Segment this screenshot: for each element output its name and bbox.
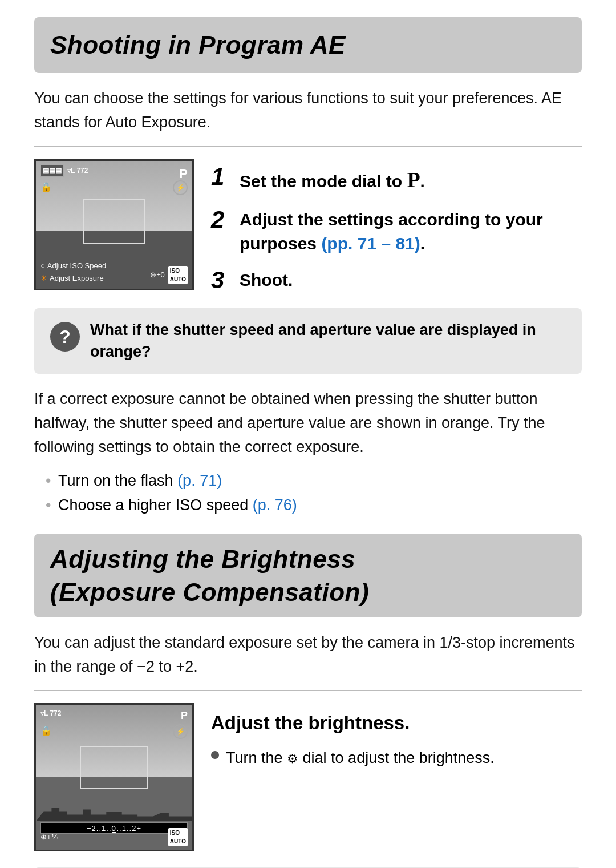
camera2-bottom-left: ⊕+⅓ [40, 822, 59, 846]
camera2-bottom-right: ISOAUTO [168, 828, 188, 846]
bullet-2: Choose a higher ISO speed (p. 76) [46, 493, 582, 518]
section2-header: Adjusting the Brightness (Exposure Compe… [34, 534, 582, 617]
step-1-text: Set the mode dial to P. [240, 165, 425, 195]
section1-title: Shooting in Program AE [50, 26, 566, 64]
camera1-menu-iso: ○ Adjust ISO Speed [40, 260, 106, 272]
question-title: What if the shutter speed and aperture v… [90, 320, 566, 363]
camera2-info: ▿L 772 [40, 708, 61, 718]
step-3-number: 3 [211, 268, 232, 292]
question-box: ? What if the shutter speed and aperture… [34, 308, 582, 374]
question-icon: ? [50, 322, 80, 352]
question-content: What if the shutter speed and aperture v… [90, 320, 566, 363]
steps-area: ▤▤▤ ▿L 772 P 🔒 ⚡ ○ Adjust ISO Speed ☀ Ad… [34, 159, 582, 292]
steps-list: 1 Set the mode dial to P. 2 Adjust the s… [211, 159, 582, 292]
bullet-2-link[interactable]: (p. 76) [253, 496, 297, 514]
bullet-1-text: Turn on the flash [58, 472, 177, 489]
step-2-text: Adjust the settings according to your pu… [240, 208, 582, 256]
camera1-lock: 🔒 [40, 180, 52, 194]
section2-title-line2: (Exposure Compensation) [50, 578, 369, 606]
adjust-area: ▿L 772 P 🔒 ⚡ −2..1..0̲..1..2+ ⊕+⅓ ISOAUT… [34, 703, 582, 851]
step-2: 2 Adjust the settings according to your … [211, 208, 582, 256]
camera-screen-1: ▤▤▤ ▿L 772 P 🔒 ⚡ ○ Adjust ISO Speed ☀ Ad… [34, 159, 194, 290]
camera2-ev: ⊕+⅓ [40, 833, 59, 841]
camera2-p-badge: P [181, 708, 188, 724]
camera1-menu: ○ Adjust ISO Speed ☀ Adjust Exposure [40, 260, 106, 284]
bullet-list: Turn on the flash (p. 71) Choose a highe… [34, 469, 582, 518]
camera1-menu-iso-label: Adjust ISO Speed [47, 260, 106, 272]
step-3: 3 Shoot. [211, 268, 582, 292]
section2-title: Adjusting the Brightness (Exposure Compe… [50, 543, 566, 608]
bullet-2-text: Choose a higher ISO speed [58, 496, 253, 514]
step-1-number: 1 [211, 165, 232, 189]
camera2-lock: 🔒 [40, 724, 52, 738]
section1-intro: You can choose the settings for various … [34, 87, 582, 135]
adjust-bullet-text: Turn the ⚙ dial to adjust the brightness… [226, 746, 495, 770]
gear-icon: ⚙ [287, 749, 298, 769]
camera2-iso: ISOAUTO [168, 828, 188, 846]
bullet-dot [211, 751, 219, 759]
section2-intro: You can adjust the standard exposure set… [34, 631, 582, 679]
camera1-bottom-right: ⊕±0 ISOAUTO [150, 266, 188, 284]
section1-header: Shooting in Program AE [34, 17, 582, 73]
bullet-1-link[interactable]: (p. 71) [177, 472, 222, 489]
camera1-iso: ISOAUTO [168, 266, 188, 284]
camera2-top-bar: ▿L 772 [40, 708, 61, 718]
camera1-ev: ⊕±0 [150, 269, 164, 281]
camera1-menu-exp-label: Adjust Exposure [50, 273, 104, 284]
adjust-title: Adjust the brightness. [211, 709, 582, 737]
camera-screen-2: ▿L 772 P 🔒 ⚡ −2..1..0̲..1..2+ ⊕+⅓ ISOAUT… [34, 703, 194, 851]
camera2-exposure-text: −2..1..0̲..1..2+ [87, 823, 141, 834]
adjust-instructions: Adjust the brightness. Turn the ⚙ dial t… [211, 703, 582, 770]
camera1-top-left: ▤▤▤ [40, 164, 64, 177]
camera2-exposure-bar: −2..1..0̲..1..2+ [40, 822, 188, 834]
step-1: 1 Set the mode dial to P. [211, 165, 582, 195]
adjust-bullet: Turn the ⚙ dial to adjust the brightness… [211, 746, 582, 770]
step-3-text: Shoot. [240, 268, 293, 292]
camera1-menu-exp: ☀ Adjust Exposure [40, 273, 106, 284]
camera1-top-bar: ▤▤▤ ▿L 772 [40, 164, 88, 177]
divider1 [34, 146, 582, 147]
camera1-info: ▿L 772 [67, 165, 88, 176]
step-2-number: 2 [211, 208, 232, 232]
section1-body: If a correct exposure cannot be obtained… [34, 387, 582, 459]
step-2-link[interactable]: (pp. 71 – 81) [321, 234, 420, 253]
divider2 [34, 690, 582, 691]
camera1-flash-icon: ⚡ [173, 180, 188, 195]
bullet-1: Turn on the flash (p. 71) [46, 469, 582, 493]
section2-title-line1: Adjusting the Brightness [50, 545, 355, 573]
